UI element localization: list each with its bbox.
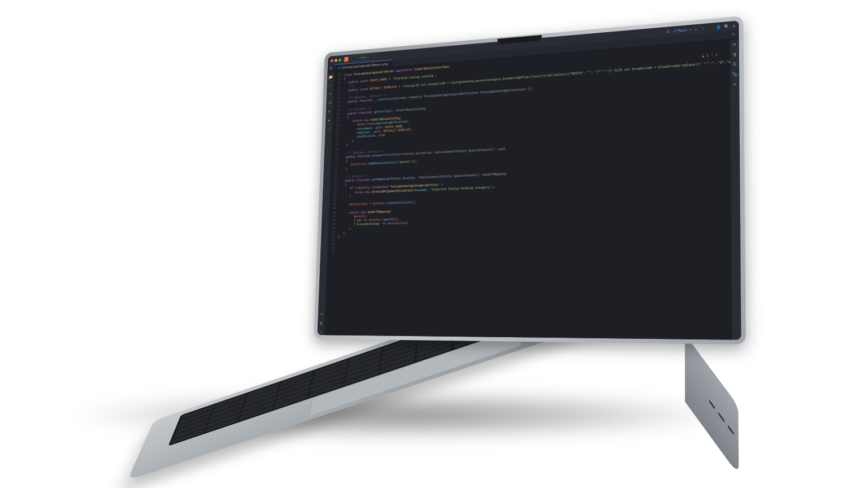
git-branch-picker[interactable]: ⎇ Main ▾ [672,27,692,34]
problems-icon[interactable]: ⋯ [320,329,322,335]
reload-icon[interactable]: ⟳ [732,32,735,38]
warning-count: 1 [706,54,708,59]
ide-screen: T ⌕ tcpk ▾ ⌃ G ⎇ Main ▾ ▷ ⋮ 👤 [317,20,741,339]
close-icon[interactable] [331,59,333,62]
window-controls[interactable] [331,58,341,62]
more-tools-icon[interactable]: … [328,127,330,132]
nav-search[interactable]: ⌕ tcpk ▾ [351,54,375,62]
nav-search-text: tcpk ▾ [360,55,369,60]
vcs-icon[interactable]: ⎇ [328,100,332,106]
php-file-icon: ◆ [338,66,340,70]
notifications-icon[interactable]: ⟳ [732,42,736,48]
branch-name: Main ▾ [678,27,692,33]
database-icon[interactable]: 🗑 [732,51,737,58]
warning-icon: ▲ [702,54,704,59]
workbench: 📁 ⌕ ⌥ ⎇ ⌘ ▶ … ◔ ◧ ⋯ ▲ 1 ⌃ [317,39,741,340]
ai-chat-icon[interactable]: 📎 [732,71,737,78]
project-icon[interactable]: 📁 [329,74,333,80]
structure-icon[interactable]: ⌥ [329,91,331,97]
terminal-icon[interactable]: ◧ [320,320,323,326]
bookmarks-icon[interactable]: ⌘ [328,109,331,115]
todo-icon[interactable]: ☰ [733,61,737,67]
search-icon: ⌕ [357,56,359,60]
ports [709,399,734,435]
code-editor[interactable]: ▲ 1 ⌃ 1 10111213141516171819202122232425… [324,40,732,339]
ai-assistant-button[interactable]: G [667,29,669,34]
services-icon[interactable]: ◔ [320,311,323,317]
project-tool-icon[interactable]: 🗎 [328,64,335,72]
search-everywhere-icon[interactable]: 🔍 [724,24,729,30]
workspace-badge[interactable]: T [344,56,349,62]
find-icon[interactable]: ⌕ [329,83,332,89]
maximize-icon[interactable] [338,58,341,61]
branch-icon: ⎇ [672,28,677,34]
run-tool-icon[interactable]: ▶ [328,117,330,123]
laptop-scene: T ⌕ tcpk ▾ ⌃ G ⎇ Main ▾ ▷ ⋮ 👤 [0,0,868,488]
plugin-icon[interactable]: ✪ [734,81,736,88]
more-icon[interactable]: ⋮ [701,25,705,31]
settings-icon[interactable]: ⚙ [733,23,735,29]
right-tool-strip: ⟳ 🗑 ☰ 📎 ✪ [730,39,741,340]
run-button[interactable]: ▷ [695,26,697,32]
account-icon[interactable]: 👤 [716,24,721,30]
code-body[interactable]: class TuningCatalogSeoUrlRoute implement… [333,40,732,339]
minimize-icon[interactable] [335,59,337,62]
laptop-lid: T ⌕ tcpk ▾ ⌃ G ⎇ Main ▾ ▷ ⋮ 👤 [314,16,746,345]
laptop-side-edge [685,334,739,476]
error-count: 1 [715,53,717,58]
sep-icon: ⌃ [711,53,713,58]
